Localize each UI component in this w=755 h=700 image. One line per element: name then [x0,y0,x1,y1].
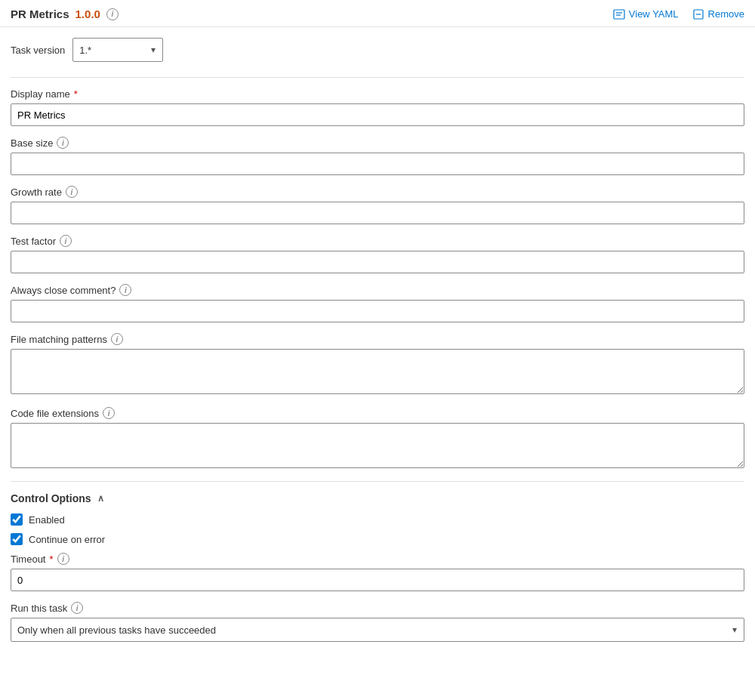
control-options-chevron-icon[interactable]: ∧ [97,493,104,504]
continue-on-error-row: Continue on error [11,533,744,545]
code-file-extensions-textarea[interactable] [11,423,744,468]
svg-rect-0 [614,10,624,19]
code-file-extensions-field-group: Code file extensions i [11,407,744,470]
always-close-comment-input[interactable] [11,300,744,322]
timeout-field-group: Timeout * i [11,553,744,591]
timeout-input[interactable] [11,569,744,591]
divider-1 [11,77,744,78]
timeout-required: * [49,554,53,565]
control-options-section: Control Options ∧ Enabled Continue on er… [11,492,744,642]
growth-rate-label: Growth rate i [11,186,744,198]
timeout-info-icon[interactable]: i [57,553,69,565]
test-factor-label: Test factor i [11,235,744,247]
header-right: View YAML Remove [613,8,744,20]
task-version-label: Task version [11,45,65,56]
always-close-comment-info-icon[interactable]: i [119,284,131,296]
display-name-field-group: Display name * [11,88,744,126]
task-version-row: Task version 1.* 2.* ▾ [11,38,744,62]
view-yaml-label: View YAML [629,8,679,20]
run-this-task-select[interactable]: Only when all previous tasks have succee… [11,618,744,642]
run-this-task-label: Run this task i [11,602,744,614]
base-size-info-icon[interactable]: i [57,137,69,149]
main-content: Task version 1.* 2.* ▾ Display name * Ba… [0,27,755,668]
display-name-input[interactable] [11,103,744,126]
timeout-label: Timeout * i [11,553,744,565]
display-name-label: Display name * [11,88,744,100]
continue-on-error-checkbox[interactable] [11,533,23,545]
enabled-label: Enabled [29,514,65,526]
file-matching-patterns-textarea[interactable] [11,349,744,394]
app-version: 1.0.0 [76,8,100,20]
growth-rate-input[interactable] [11,202,744,224]
test-factor-input[interactable] [11,251,744,273]
control-options-title: Control Options [11,492,91,504]
task-version-select-wrapper: 1.* 2.* ▾ [72,38,163,62]
always-close-comment-label: Always close comment? i [11,284,744,296]
enabled-row: Enabled [11,513,744,526]
test-factor-info-icon[interactable]: i [60,235,72,247]
remove-label: Remove [708,8,744,20]
page-header: PR Metrics 1.0.0 i View YAML Remove [0,0,755,27]
run-this-task-select-wrapper: Only when all previous tasks have succee… [11,618,744,642]
always-close-comment-field-group: Always close comment? i [11,284,744,322]
run-this-task-info-icon[interactable]: i [71,602,83,614]
base-size-field-group: Base size i [11,137,744,175]
run-this-task-field-group: Run this task i Only when all previous t… [11,602,744,642]
file-matching-patterns-label: File matching patterns i [11,333,744,345]
remove-icon [692,8,704,20]
view-yaml-icon [613,8,625,20]
task-version-select[interactable]: 1.* 2.* [72,38,163,62]
remove-button[interactable]: Remove [692,8,744,20]
display-name-required: * [74,88,78,100]
control-options-header: Control Options ∧ [11,492,744,504]
app-info-icon[interactable]: i [106,8,119,20]
continue-on-error-label: Continue on error [29,534,105,545]
file-matching-patterns-field-group: File matching patterns i [11,333,744,396]
growth-rate-field-group: Growth rate i [11,186,744,224]
test-factor-field-group: Test factor i [11,235,744,273]
app-title: PR Metrics [11,8,69,20]
divider-2 [11,481,744,482]
base-size-input[interactable] [11,153,744,175]
code-file-extensions-info-icon[interactable]: i [103,407,115,419]
base-size-label: Base size i [11,137,744,149]
header-left: PR Metrics 1.0.0 i [11,8,119,20]
code-file-extensions-label: Code file extensions i [11,407,744,419]
file-matching-patterns-info-icon[interactable]: i [111,333,123,345]
growth-rate-info-icon[interactable]: i [66,186,78,198]
view-yaml-button[interactable]: View YAML [613,8,679,20]
enabled-checkbox[interactable] [11,513,23,526]
